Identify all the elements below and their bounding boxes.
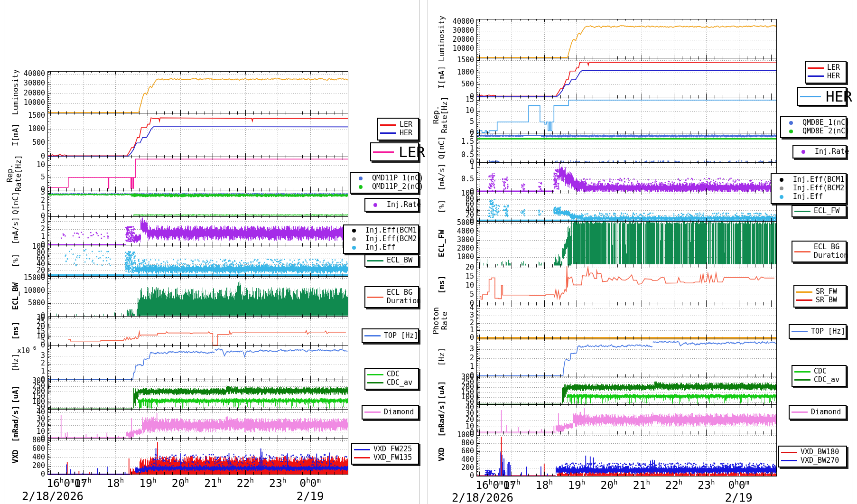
legend-inj-rate: Inj.Rate — [792, 145, 847, 159]
legend-entry: ECL BG Duration — [794, 243, 844, 260]
legend-entry: Diamond — [792, 408, 844, 417]
window-left-border — [4, 0, 4, 504]
window-divider — [428, 0, 428, 504]
marker-line-icon — [792, 331, 808, 332]
legend-ecl-bg: ECL BG Duration — [364, 286, 419, 308]
legend-inj-eff: Inj.Eff(BCM1)Inj.Eff(BCM2)Inj.Eff — [771, 173, 847, 204]
legend-entry: HER — [380, 129, 416, 138]
legend-label: ECL_BW — [387, 256, 412, 265]
marker-dot-icon — [346, 237, 362, 241]
legend-entry: Inj.Rate — [795, 148, 844, 156]
legend-entry: CDC_av — [367, 379, 416, 387]
legend-label: VXD_BW180 — [801, 448, 839, 457]
legend-label: Inj.Eff — [793, 193, 823, 201]
marker-dot-icon — [773, 178, 790, 182]
legend-entry: SR_FW — [796, 288, 844, 296]
marker-line-icon — [794, 379, 810, 381]
legend-label: HER — [827, 72, 840, 81]
marker-line-icon — [364, 335, 381, 336]
legend-entry: CDC_av — [794, 376, 844, 384]
marker-line-icon — [794, 211, 810, 212]
marker-dot-icon — [795, 150, 811, 154]
marker-dot-icon — [346, 246, 362, 250]
legend-entry: TOP [Hz] — [364, 332, 416, 340]
legend-label: CDC — [814, 367, 827, 376]
legend-ler-her: LERHER — [377, 118, 419, 140]
legend-entry: ECL_FW — [794, 207, 844, 215]
legend-entry: CDC — [794, 367, 844, 376]
marker-dot-icon — [773, 187, 790, 190]
marker-line-icon — [792, 411, 808, 413]
legend-label: Inj.Eff — [365, 243, 395, 252]
legend-label: TOP [Hz] — [384, 332, 418, 340]
legend-entry: QMD11P_1(nC) — [353, 174, 416, 183]
legend-cdc: CDCCDC_av — [792, 365, 847, 387]
legend-label: Diamond — [384, 408, 414, 417]
legend-top-hz: TOP [Hz] — [789, 324, 847, 339]
legend-label: CDC_av — [814, 376, 839, 384]
legend-entry: HER — [808, 72, 844, 81]
marker-dot-icon — [346, 229, 362, 233]
legend-rep-her-big: HER — [797, 87, 847, 106]
legend-entry: LER — [380, 121, 416, 129]
marker-line-icon — [794, 251, 810, 252]
marker-line-icon — [373, 151, 394, 153]
legend-top-hz: TOP [Hz] — [362, 328, 419, 343]
legend-entry: Inj.Rate — [367, 201, 416, 209]
marker-line-icon — [808, 75, 824, 77]
marker-dot-icon — [783, 121, 799, 125]
legend-entry: ECL_BW — [367, 256, 416, 265]
legend-label: VXD_FW225 — [373, 445, 412, 454]
legend-entry: Inj.Eff(BCM2) — [346, 235, 416, 243]
legend-label: QMD8E_1(nC) — [802, 119, 849, 127]
legend-label: QMD8E_2(nC) — [802, 127, 849, 136]
window-divider — [419, 0, 420, 504]
legend-entry: TOP [Hz] — [792, 327, 844, 336]
legend-entry: Diamond — [364, 408, 416, 417]
legend-label: Inj.Rate — [815, 148, 849, 156]
legend-entry: Inj.Eff(BCM2) — [773, 184, 844, 193]
legend-entry: VXD_FW135 — [354, 454, 416, 462]
marker-dot-icon — [783, 130, 799, 133]
legend-label: LER — [400, 121, 412, 129]
legend-label: LER — [399, 143, 425, 161]
legend-label: TOP [Hz] — [811, 327, 845, 336]
legend-entry: HER — [800, 88, 844, 105]
legend-entry: VXD_BW180 — [781, 448, 844, 457]
marker-line-icon — [364, 411, 381, 413]
marker-line-icon — [781, 452, 797, 453]
legend-entry: SR_BW — [796, 296, 844, 305]
legend-label: ECL BG Duration — [814, 243, 848, 260]
legend-label: SR_BW — [816, 296, 837, 305]
legend-label: CDC — [387, 370, 400, 379]
marker-dot-icon — [353, 185, 369, 189]
legend-entry: Inj.Eff — [346, 243, 416, 252]
marker-line-icon — [367, 260, 383, 261]
legend-diamond: Diamond — [789, 405, 847, 420]
legend-qmd11p: QMD11P_1(nC)QMD11P_2(nC) — [350, 172, 419, 194]
legend-label: SR_FW — [816, 288, 837, 296]
marker-line-icon — [354, 449, 370, 450]
legend-inj-rate: Inj.Rate — [364, 198, 419, 212]
legend-label: QMD11P_1(nC) — [372, 174, 423, 183]
legend-cdc: CDCCDC_av — [364, 368, 419, 390]
marker-line-icon — [794, 371, 810, 373]
legend-entry: CDC — [367, 370, 416, 379]
legend-rep-ler-big: LER — [370, 142, 419, 161]
legend-label: LER — [827, 64, 840, 72]
legend-entry: QMD8E_1(nC) — [783, 119, 844, 127]
legend-label: CDC_av — [387, 379, 412, 387]
legend-entry: QMD11P_2(nC) — [353, 183, 416, 191]
legend-entry: ECL BG Duration — [367, 289, 416, 305]
marker-dot-icon — [367, 203, 383, 207]
legend-entry: VXD_FW225 — [354, 445, 416, 454]
legend-label: VXD_BW270 — [801, 457, 839, 465]
legend-entry: VXD_BW270 — [781, 457, 844, 465]
marker-line-icon — [367, 374, 383, 375]
legend-entry: Inj.Eff — [773, 193, 844, 201]
window-right-border — [853, 0, 853, 504]
marker-dot-icon — [773, 195, 790, 199]
marker-line-icon — [380, 124, 396, 126]
legend-diamond: Diamond — [362, 405, 419, 420]
marker-line-icon — [367, 382, 383, 383]
